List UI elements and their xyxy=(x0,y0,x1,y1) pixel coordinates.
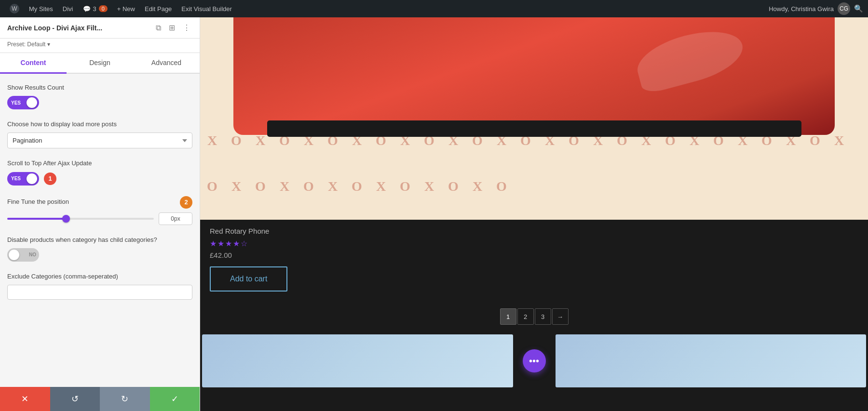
bottom-card-left xyxy=(202,334,513,387)
xo-cell: O xyxy=(393,174,417,199)
disable-products-toggle-wrap: NO xyxy=(7,248,192,262)
disable-products-group: Disable products when category has child… xyxy=(7,236,192,262)
fab-dots-icon: ••• xyxy=(529,356,539,367)
redo-button[interactable]: ↻ xyxy=(100,387,150,411)
my-sites-label: My Sites xyxy=(29,5,53,13)
panel-title: Archive Loop - Divi Ajax Filt... xyxy=(7,24,102,32)
xo-cell: O xyxy=(489,174,514,199)
next-arrow-icon: → xyxy=(557,313,563,320)
page-btn-next[interactable]: → xyxy=(552,308,569,325)
tab-advanced[interactable]: Advanced xyxy=(133,53,200,74)
fine-tune-value-box[interactable]: 0px xyxy=(159,212,192,225)
scroll-to-top-group: Scroll to Top After Ajax Update YES 1 xyxy=(7,159,192,185)
panel-preset[interactable]: Preset: Default ▾ xyxy=(0,39,200,53)
fine-tune-slider-thumb[interactable] xyxy=(62,215,70,223)
page-btn-2[interactable]: 2 xyxy=(517,308,534,325)
panel-content: Show Results Count YES Choose how to dis… xyxy=(0,74,200,387)
copy-icon[interactable]: ⧉ xyxy=(154,23,163,33)
edit-page-label: Edit Page xyxy=(145,5,172,13)
xo-cell: X xyxy=(272,174,297,199)
toggle-on-label: YES xyxy=(11,100,21,106)
xo-cell: X xyxy=(465,174,489,199)
admin-bar-items: W My Sites Divi 💬 3 0 + New Edit Page Ex… xyxy=(5,0,769,17)
main-layout: Archive Loop - Divi Ajax Filt... ⧉ ⊞ ⋮ P… xyxy=(0,17,868,411)
scroll-to-top-label: Scroll to Top After Ajax Update xyxy=(7,159,192,168)
comment-count: 3 xyxy=(93,5,96,13)
xo-cell: O xyxy=(441,174,465,199)
add-to-cart-button[interactable]: Add to cart xyxy=(210,266,287,292)
phone-dark-base xyxy=(267,120,801,137)
more-icon[interactable]: ⋮ xyxy=(181,22,192,33)
panel-header: Archive Loop - Divi Ajax Filt... ⧉ ⊞ ⋮ xyxy=(0,17,200,39)
comment-icon: 💬 xyxy=(83,5,91,13)
page-btn-3[interactable]: 3 xyxy=(535,308,551,325)
undo-button[interactable]: ↺ xyxy=(50,387,100,411)
fine-tune-label: Fine Tune the position xyxy=(7,198,175,206)
xo-cell: O xyxy=(345,174,369,199)
disable-toggle-thumb xyxy=(9,250,19,260)
scroll-to-top-row: Scroll to Top After Ajax Update xyxy=(7,159,192,168)
pagination: 1 2 3 → xyxy=(200,299,868,334)
disable-products-toggle[interactable]: NO xyxy=(7,248,39,262)
phone-shine xyxy=(632,22,749,95)
panel-tabs: Content Design Advanced xyxy=(0,53,200,74)
fine-tune-slider-track[interactable] xyxy=(7,218,154,220)
save-button[interactable]: ✓ xyxy=(150,387,200,411)
comment-item[interactable]: 💬 3 0 xyxy=(78,0,112,17)
xo-cell: X xyxy=(224,174,248,199)
cancel-icon: ✕ xyxy=(21,394,28,404)
disable-products-label: Disable products when category has child… xyxy=(7,236,192,244)
avatar: CG xyxy=(838,2,850,15)
product-image-area: XOXOXOXOXOXOXOXOXOXOXOXOXOXOXOXOXOXOXOXO xyxy=(200,17,868,220)
bottom-card-right xyxy=(556,334,867,387)
fine-tune-header: Fine Tune the position 2 xyxy=(7,196,192,209)
tab-content[interactable]: Content xyxy=(0,53,67,74)
show-results-count-group: Show Results Count YES xyxy=(7,83,192,109)
exclude-categories-input[interactable] xyxy=(7,285,192,300)
fab-container: ••• xyxy=(515,334,554,387)
scroll-to-top-badge: 1 xyxy=(44,172,56,185)
cancel-button[interactable]: ✕ xyxy=(0,387,50,411)
edit-page-item[interactable]: Edit Page xyxy=(140,0,176,17)
scroll-to-top-toggle-wrap: YES 1 xyxy=(7,172,192,186)
load-more-display-group: Choose how to display load more posts Pa… xyxy=(7,120,192,148)
add-to-cart-label: Add to cart xyxy=(230,275,267,283)
product-info: Red Rotary Phone ★★★★☆ £42.00 Add to car… xyxy=(200,220,868,299)
xo-cell: O xyxy=(297,174,321,199)
fine-tune-slider-wrap: 0px xyxy=(7,212,192,225)
tab-design[interactable]: Design xyxy=(67,53,133,74)
divi-item[interactable]: Divi xyxy=(58,0,78,17)
new-item[interactable]: + New xyxy=(112,0,140,17)
bottom-area: ••• xyxy=(200,334,868,387)
preset-chevron-icon: ▾ xyxy=(47,41,50,48)
show-results-count-toggle[interactable]: YES xyxy=(7,96,39,109)
grid-icon[interactable]: ⊞ xyxy=(167,22,177,33)
exit-visual-builder-item[interactable]: Exit Visual Builder xyxy=(176,0,237,17)
xo-text-layer: XOXOXOXOXOXOXOXOXOXOXOXOXOXOXOXOXOXOXOXO xyxy=(200,129,868,220)
howdy-text: Howdy, Christina Gwira xyxy=(769,5,834,13)
left-panel: Archive Loop - Divi Ajax Filt... ⧉ ⊞ ⋮ P… xyxy=(0,17,200,411)
new-label: + New xyxy=(117,5,135,13)
xo-cell: X xyxy=(321,174,345,199)
load-more-select[interactable]: Pagination Load More Button Infinite Scr… xyxy=(7,133,192,148)
show-results-count-label: Show Results Count xyxy=(7,83,192,92)
scroll-to-top-toggle[interactable]: YES xyxy=(7,172,39,186)
panel-header-icons: ⧉ ⊞ ⋮ xyxy=(154,22,192,33)
my-sites-item[interactable]: My Sites xyxy=(24,0,58,17)
wp-logo-item[interactable]: W xyxy=(5,0,24,17)
undo-icon: ↺ xyxy=(71,394,79,404)
fine-tune-position-group: Fine Tune the position 2 0px xyxy=(7,196,192,225)
bottom-toolbar: ✕ ↺ ↻ ✓ xyxy=(0,387,200,411)
preset-label: Preset: Default xyxy=(7,41,45,48)
divi-label: Divi xyxy=(63,5,73,13)
exclude-categories-label: Exclude Categories (comma-seperated) xyxy=(7,272,192,281)
xo-cell: O xyxy=(248,174,272,199)
phone-red-body xyxy=(233,17,835,135)
exclude-categories-group: Exclude Categories (comma-seperated) xyxy=(7,272,192,300)
search-icon[interactable]: 🔍 xyxy=(854,4,863,13)
xo-cell: X xyxy=(200,129,224,153)
page-btn-1[interactable]: 1 xyxy=(500,308,516,325)
xo-cell: X xyxy=(369,174,393,199)
scroll-toggle-on-label: YES xyxy=(11,176,21,181)
fab-button[interactable]: ••• xyxy=(523,349,546,372)
